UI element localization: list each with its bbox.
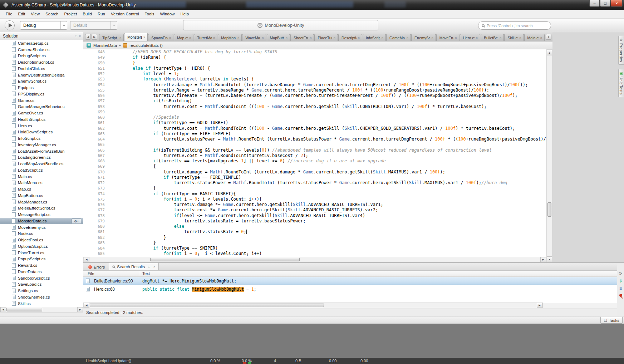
file-item[interactable]: HealthScript.cs bbox=[0, 116, 83, 123]
device-select[interactable]: Default bbox=[70, 21, 117, 30]
close-icon[interactable]: × bbox=[310, 36, 311, 40]
file-item[interactable]: FPSDisplay.cs bbox=[0, 91, 83, 97]
tab-search-results[interactable]: Search Results □ × bbox=[109, 263, 159, 270]
file-item[interactable]: Reward.cs bbox=[0, 262, 83, 269]
solution-scrollbar-horizontal[interactable]: ◀ ▶ bbox=[0, 307, 83, 313]
file-item[interactable]: Main.cs bbox=[0, 173, 83, 180]
file-item[interactable]: LoadScript.cs bbox=[0, 167, 83, 173]
code-line[interactable]: 658 turretLv.cost = Mathf.RoundToInt (((… bbox=[83, 104, 546, 109]
code-line[interactable]: 671 if (turretType == FIRE_TEMPLE) bbox=[83, 175, 546, 180]
close-icon[interactable]: × bbox=[262, 36, 264, 40]
code-line[interactable]: 657 if(!isBuilding) bbox=[83, 98, 546, 104]
file-item[interactable]: DoubleClick.cs bbox=[0, 65, 83, 72]
menu-file[interactable]: File bbox=[3, 10, 15, 18]
code-line[interactable]: 659 bbox=[83, 109, 546, 115]
file-item[interactable]: EnemyScript.cs bbox=[0, 78, 83, 85]
scroll-thumb[interactable] bbox=[547, 202, 551, 217]
scroll-thumb[interactable] bbox=[6, 308, 42, 311]
column-text[interactable]: Text bbox=[140, 271, 617, 276]
file-item[interactable]: InventoryManager.cs bbox=[0, 142, 83, 148]
document-tab[interactable]: InfoScript× bbox=[363, 34, 386, 41]
file-item[interactable]: EnemyDestructionDelega bbox=[0, 72, 83, 78]
refresh-icon[interactable]: ⟳ bbox=[619, 271, 622, 276]
close-icon[interactable]: × bbox=[382, 36, 383, 40]
close-icon[interactable]: × bbox=[119, 36, 121, 40]
code-line[interactable]: 651 else if (turretType != HERO) { bbox=[83, 66, 546, 71]
code-line[interactable]: 682 } bbox=[83, 235, 546, 240]
close-icon[interactable]: × bbox=[286, 36, 288, 40]
tab-overflow-button[interactable]: ▼ bbox=[546, 34, 551, 40]
document-tab[interactable]: WaveMan× bbox=[242, 34, 266, 41]
file-item[interactable]: Settings.cs bbox=[0, 287, 83, 294]
file-item[interactable]: DebugScript.cs bbox=[0, 53, 83, 59]
code-line[interactable]: 653 foreach (MonsterLevel turretLv in le… bbox=[83, 77, 546, 82]
document-tab[interactable]: BulletBeh× bbox=[481, 34, 504, 41]
code-line[interactable]: 670 turretLv.damage = Mathf.RoundToInt (… bbox=[83, 169, 546, 175]
document-tab[interactable]: Map.cs× bbox=[174, 34, 193, 41]
code-line[interactable]: 664 turretLv.statusPower = Mathf.RoundTo… bbox=[83, 137, 546, 142]
code-line[interactable]: 667 turretLv.cost = Mathf.RoundToInt(tur… bbox=[83, 153, 546, 158]
code-line[interactable]: 685 for(int i = 0; i < levels.Count; i++… bbox=[83, 251, 546, 256]
code-line[interactable]: 655 turretLv.Range = turretLv.baseRange … bbox=[83, 88, 546, 93]
code-line[interactable]: 661 if(turretType == GOLD_TURRET) bbox=[83, 120, 546, 126]
file-item[interactable]: PopupScript.cs bbox=[0, 256, 83, 262]
file-item[interactable]: MapButton.cs bbox=[0, 192, 83, 199]
tab-errors[interactable]: Errors bbox=[85, 264, 108, 270]
document-tab[interactable]: EnemyScr× bbox=[411, 34, 436, 41]
code-line[interactable]: 660 //Specials bbox=[83, 115, 546, 120]
file-item[interactable]: Map.cs bbox=[0, 186, 83, 192]
maximize-button[interactable]: □ bbox=[600, 0, 610, 7]
file-item[interactable]: GameOver.cs bbox=[0, 110, 83, 116]
tab-nav-back-icon[interactable]: ◀ bbox=[85, 34, 91, 40]
scroll-up-icon[interactable]: ▲ bbox=[547, 50, 552, 55]
close-icon[interactable]: × bbox=[431, 36, 433, 40]
close-icon[interactable]: × bbox=[500, 36, 501, 40]
code-line[interactable]: 649 if (isRune) { bbox=[83, 55, 546, 60]
file-item[interactable]: Hero.cs bbox=[0, 123, 83, 129]
list-layout-icon[interactable]: ≡ bbox=[619, 286, 622, 291]
configuration-select[interactable]: Debug bbox=[20, 21, 67, 30]
code-line[interactable]: 680 else bbox=[83, 224, 546, 229]
file-item[interactable]: OptionsScript.cs bbox=[0, 243, 83, 250]
document-tab[interactable]: TipScript.c× bbox=[99, 34, 124, 41]
close-button[interactable]: × bbox=[611, 0, 623, 7]
close-icon[interactable]: × bbox=[455, 36, 457, 40]
code-line[interactable]: 663 if (turretType == FIRE_TEMPLE) bbox=[83, 131, 546, 137]
document-tab[interactable]: ShootEne× bbox=[290, 34, 314, 41]
scroll-down-icon[interactable]: ▼ bbox=[547, 256, 552, 262]
file-item[interactable]: LoadMapAssetBundle.cs bbox=[0, 161, 83, 167]
document-tab[interactable]: Skill.cs× bbox=[504, 34, 524, 41]
code-line[interactable]: 650 } bbox=[83, 60, 546, 66]
close-icon[interactable]: × bbox=[407, 36, 408, 40]
code-line[interactable]: 684 if (turretType == SNIPER) bbox=[83, 246, 546, 251]
scroll-thumb[interactable] bbox=[90, 304, 324, 307]
minimize-button[interactable]: – bbox=[589, 0, 600, 7]
file-item[interactable]: RuneData.cs bbox=[0, 269, 83, 275]
menu-help[interactable]: Help bbox=[177, 10, 192, 18]
menu-project[interactable]: Project bbox=[62, 10, 80, 18]
file-item[interactable]: MonsterData.cs⚙▾ bbox=[0, 218, 83, 224]
file-item[interactable]: GameManagerBehavior.c bbox=[0, 104, 83, 110]
code-line[interactable]: 676 turretLv.damage *= Game.current.hero… bbox=[83, 202, 546, 207]
menu-search[interactable]: Search bbox=[43, 10, 61, 18]
code-line[interactable]: 673 } bbox=[83, 186, 546, 191]
file-item[interactable]: ShootEnemies.cs bbox=[0, 294, 83, 300]
menu-build[interactable]: Build bbox=[80, 10, 95, 18]
file-item[interactable]: SandboxScript.cs bbox=[0, 275, 83, 281]
scroll-left-icon[interactable]: ◀ bbox=[84, 303, 89, 308]
editor-scrollbar-vertical[interactable]: ▲ ▼ bbox=[546, 49, 552, 262]
document-tab[interactable]: MapMana× bbox=[218, 34, 242, 41]
code-line[interactable]: 678 if(level <= Game.current.hero.getSki… bbox=[83, 213, 546, 218]
scroll-right-icon[interactable]: ▶ bbox=[77, 307, 83, 312]
file-item[interactable]: SaveLoad.cs bbox=[0, 281, 83, 288]
close-pad-icon[interactable]: × bbox=[153, 265, 155, 269]
close-icon[interactable]: × bbox=[540, 36, 542, 40]
file-item[interactable]: MapManager.cs bbox=[0, 199, 83, 205]
code-line[interactable]: 656 turretLv.fireRate = (turretLv.baseFi… bbox=[83, 93, 546, 98]
file-item[interactable]: CameraShake.cs bbox=[0, 46, 83, 53]
pin-icon[interactable] bbox=[619, 294, 622, 297]
scroll-left-icon[interactable]: ◀ bbox=[0, 307, 6, 312]
global-search-input[interactable]: Press 'Control+,' to search bbox=[478, 21, 551, 30]
file-item[interactable]: Game.cs bbox=[0, 97, 83, 104]
file-item[interactable]: HoldDownScript.cs bbox=[0, 129, 83, 136]
